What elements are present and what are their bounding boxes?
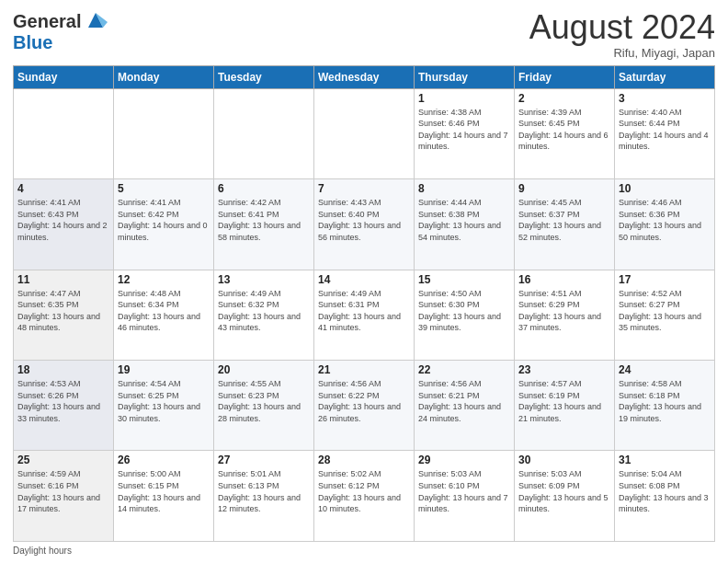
day-info: Sunrise: 4:53 AMSunset: 6:26 PMDaylight:… xyxy=(17,378,109,424)
calendar-cell: 27Sunrise: 5:01 AMSunset: 6:13 PMDayligh… xyxy=(214,451,314,542)
calendar-cell xyxy=(114,88,214,178)
calendar-cell: 20Sunrise: 4:55 AMSunset: 6:23 PMDayligh… xyxy=(214,361,314,451)
day-info: Sunrise: 5:03 AMSunset: 6:10 PMDaylight:… xyxy=(418,468,510,514)
day-info: Sunrise: 5:02 AMSunset: 6:12 PMDaylight:… xyxy=(318,468,410,514)
calendar-cell: 29Sunrise: 5:03 AMSunset: 6:10 PMDayligh… xyxy=(415,451,515,542)
calendar-cell: 1Sunrise: 4:38 AMSunset: 6:46 PMDaylight… xyxy=(415,88,515,178)
day-number: 25 xyxy=(17,454,109,466)
calendar-cell: 26Sunrise: 5:00 AMSunset: 6:15 PMDayligh… xyxy=(114,451,214,542)
calendar-cell: 18Sunrise: 4:53 AMSunset: 6:26 PMDayligh… xyxy=(14,361,114,451)
calendar-cell: 16Sunrise: 4:51 AMSunset: 6:29 PMDayligh… xyxy=(515,270,615,360)
calendar-cell xyxy=(14,88,114,178)
day-info: Sunrise: 5:01 AMSunset: 6:13 PMDaylight:… xyxy=(218,468,310,514)
day-number: 20 xyxy=(218,363,310,376)
calendar-cell: 28Sunrise: 5:02 AMSunset: 6:12 PMDayligh… xyxy=(314,451,415,542)
day-number: 27 xyxy=(218,454,310,466)
day-number: 31 xyxy=(619,454,711,466)
day-info: Sunrise: 4:44 AMSunset: 6:38 PMDaylight:… xyxy=(418,197,510,243)
calendar-table: SundayMondayTuesdayWednesdayThursdayFrid… xyxy=(13,65,715,542)
day-number: 5 xyxy=(118,182,210,195)
day-number: 21 xyxy=(318,363,410,376)
day-number: 1 xyxy=(418,92,510,105)
day-number: 13 xyxy=(218,273,310,286)
day-info: Sunrise: 4:59 AMSunset: 6:16 PMDaylight:… xyxy=(17,468,109,514)
calendar-cell: 14Sunrise: 4:49 AMSunset: 6:31 PMDayligh… xyxy=(314,270,415,360)
logo-icon xyxy=(84,9,108,33)
day-info: Sunrise: 4:50 AMSunset: 6:30 PMDaylight:… xyxy=(418,288,510,334)
calendar-cell: 8Sunrise: 4:44 AMSunset: 6:38 PMDaylight… xyxy=(415,179,515,270)
calendar-cell: 12Sunrise: 4:48 AMSunset: 6:34 PMDayligh… xyxy=(114,270,214,360)
calendar-cell: 10Sunrise: 4:46 AMSunset: 6:36 PMDayligh… xyxy=(615,179,715,270)
calendar-week-row: 18Sunrise: 4:53 AMSunset: 6:26 PMDayligh… xyxy=(14,361,715,451)
title-area: August 2024 Rifu, Miyagi, Japan xyxy=(529,9,715,60)
day-info: Sunrise: 4:49 AMSunset: 6:31 PMDaylight:… xyxy=(318,288,410,334)
calendar-week-row: 25Sunrise: 4:59 AMSunset: 6:16 PMDayligh… xyxy=(14,451,715,542)
day-info: Sunrise: 4:55 AMSunset: 6:23 PMDaylight:… xyxy=(218,378,310,424)
day-number: 18 xyxy=(17,363,109,376)
day-info: Sunrise: 4:46 AMSunset: 6:36 PMDaylight:… xyxy=(619,197,711,243)
weekday-header: Monday xyxy=(114,65,214,88)
weekday-header: Wednesday xyxy=(314,65,415,88)
calendar-cell: 2Sunrise: 4:39 AMSunset: 6:45 PMDaylight… xyxy=(515,88,615,178)
day-info: Sunrise: 4:40 AMSunset: 6:44 PMDaylight:… xyxy=(619,107,711,153)
calendar-cell: 15Sunrise: 4:50 AMSunset: 6:30 PMDayligh… xyxy=(415,270,515,360)
day-info: Sunrise: 5:03 AMSunset: 6:09 PMDaylight:… xyxy=(518,468,610,514)
calendar-cell: 19Sunrise: 4:54 AMSunset: 6:25 PMDayligh… xyxy=(114,361,214,451)
day-info: Sunrise: 4:54 AMSunset: 6:25 PMDaylight:… xyxy=(118,378,210,424)
footer-note: Daylight hours xyxy=(13,546,715,556)
day-info: Sunrise: 4:47 AMSunset: 6:35 PMDaylight:… xyxy=(17,288,109,334)
month-title: August 2024 xyxy=(529,9,715,46)
day-number: 22 xyxy=(418,363,510,376)
day-number: 7 xyxy=(318,182,410,195)
calendar-body: 1Sunrise: 4:38 AMSunset: 6:46 PMDaylight… xyxy=(14,88,715,541)
calendar-cell: 4Sunrise: 4:41 AMSunset: 6:43 PMDaylight… xyxy=(14,179,114,270)
day-info: Sunrise: 4:45 AMSunset: 6:37 PMDaylight:… xyxy=(518,197,610,243)
calendar-cell: 17Sunrise: 4:52 AMSunset: 6:27 PMDayligh… xyxy=(615,270,715,360)
day-info: Sunrise: 4:38 AMSunset: 6:46 PMDaylight:… xyxy=(418,107,510,153)
day-info: Sunrise: 4:41 AMSunset: 6:43 PMDaylight:… xyxy=(17,197,109,243)
day-info: Sunrise: 4:58 AMSunset: 6:18 PMDaylight:… xyxy=(619,378,711,424)
day-number: 28 xyxy=(318,454,410,466)
day-number: 14 xyxy=(318,273,410,286)
header: General Blue August 2024 Rifu, Miyagi, J… xyxy=(13,9,715,60)
day-number: 17 xyxy=(619,273,711,286)
logo-text-general: General xyxy=(13,11,81,31)
day-info: Sunrise: 4:41 AMSunset: 6:42 PMDaylight:… xyxy=(118,197,210,243)
day-number: 8 xyxy=(418,182,510,195)
calendar-week-row: 11Sunrise: 4:47 AMSunset: 6:35 PMDayligh… xyxy=(14,270,715,360)
day-number: 12 xyxy=(118,273,210,286)
day-info: Sunrise: 4:43 AMSunset: 6:40 PMDaylight:… xyxy=(318,197,410,243)
calendar-cell: 23Sunrise: 4:57 AMSunset: 6:19 PMDayligh… xyxy=(515,361,615,451)
day-info: Sunrise: 4:51 AMSunset: 6:29 PMDaylight:… xyxy=(518,288,610,334)
day-info: Sunrise: 4:57 AMSunset: 6:19 PMDaylight:… xyxy=(518,378,610,424)
day-number: 16 xyxy=(518,273,610,286)
day-number: 6 xyxy=(218,182,310,195)
logo-text-blue: Blue xyxy=(13,33,108,52)
day-number: 10 xyxy=(619,182,711,195)
calendar-cell: 5Sunrise: 4:41 AMSunset: 6:42 PMDaylight… xyxy=(114,179,214,270)
calendar-cell: 13Sunrise: 4:49 AMSunset: 6:32 PMDayligh… xyxy=(214,270,314,360)
day-info: Sunrise: 4:48 AMSunset: 6:34 PMDaylight:… xyxy=(118,288,210,334)
day-info: Sunrise: 4:56 AMSunset: 6:22 PMDaylight:… xyxy=(318,378,410,424)
weekday-header: Tuesday xyxy=(214,65,314,88)
calendar-cell: 22Sunrise: 4:56 AMSunset: 6:21 PMDayligh… xyxy=(415,361,515,451)
day-info: Sunrise: 4:49 AMSunset: 6:32 PMDaylight:… xyxy=(218,288,310,334)
calendar-cell: 6Sunrise: 4:42 AMSunset: 6:41 PMDaylight… xyxy=(214,179,314,270)
day-number: 15 xyxy=(418,273,510,286)
day-info: Sunrise: 5:04 AMSunset: 6:08 PMDaylight:… xyxy=(619,468,711,514)
day-number: 24 xyxy=(619,363,711,376)
day-number: 23 xyxy=(518,363,610,376)
logo: General Blue xyxy=(13,9,108,52)
calendar-cell: 3Sunrise: 4:40 AMSunset: 6:44 PMDaylight… xyxy=(615,88,715,178)
day-number: 19 xyxy=(118,363,210,376)
weekday-header: Thursday xyxy=(415,65,515,88)
calendar-week-row: 1Sunrise: 4:38 AMSunset: 6:46 PMDaylight… xyxy=(14,88,715,178)
calendar-header-row: SundayMondayTuesdayWednesdayThursdayFrid… xyxy=(14,65,715,88)
calendar-cell: 25Sunrise: 4:59 AMSunset: 6:16 PMDayligh… xyxy=(14,451,114,542)
day-info: Sunrise: 4:42 AMSunset: 6:41 PMDaylight:… xyxy=(218,197,310,243)
day-number: 26 xyxy=(118,454,210,466)
calendar-cell xyxy=(214,88,314,178)
day-number: 2 xyxy=(518,92,610,105)
weekday-header: Friday xyxy=(515,65,615,88)
calendar-cell: 24Sunrise: 4:58 AMSunset: 6:18 PMDayligh… xyxy=(615,361,715,451)
